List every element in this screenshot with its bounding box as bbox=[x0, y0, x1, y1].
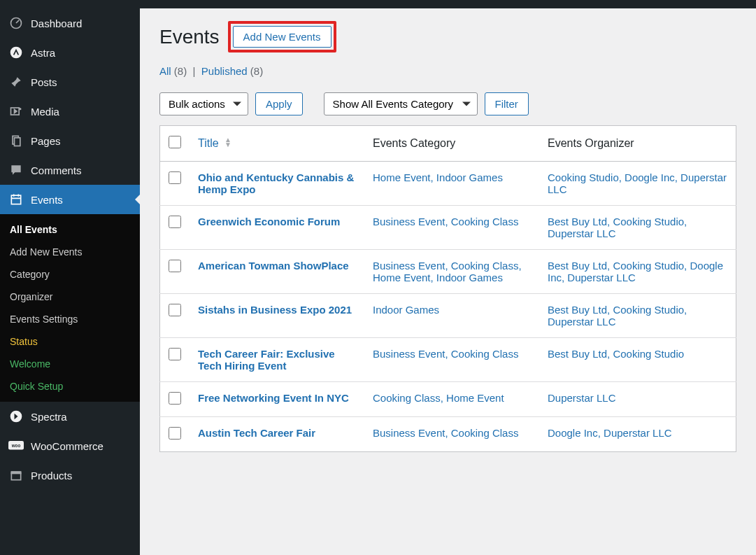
table-row: Greenwich Economic ForumBusiness Event, … bbox=[160, 206, 736, 250]
submenu-item-status[interactable]: Status bbox=[0, 330, 140, 353]
sidebar-item-astra[interactable]: Astra bbox=[0, 38, 140, 67]
sidebar-item-label: WooCommerce bbox=[31, 440, 104, 452]
submenu-item-quick-setup[interactable]: Quick Setup bbox=[0, 375, 140, 398]
calendar-icon bbox=[8, 192, 24, 207]
event-organizers[interactable]: Doogle Inc, Duperstar LLC bbox=[548, 427, 672, 439]
event-categories[interactable]: Business Event, Cooking Class, Home Even… bbox=[373, 260, 522, 283]
filter-button[interactable]: Filter bbox=[485, 92, 529, 115]
view-all-link[interactable]: All bbox=[159, 65, 171, 77]
event-categories[interactable]: Business Event, Cooking Class bbox=[373, 216, 518, 227]
submenu-item-all-events[interactable]: All Events bbox=[0, 218, 140, 241]
sidebar-item-products[interactable]: Products bbox=[0, 461, 140, 490]
table-row: Tech Career Fair: Exclusive Tech Hiring … bbox=[160, 338, 736, 382]
media-icon bbox=[8, 104, 24, 119]
sidebar-item-label: Pages bbox=[31, 135, 61, 147]
row-checkbox[interactable] bbox=[169, 304, 181, 316]
sidebar-item-events[interactable]: Events bbox=[0, 185, 140, 214]
sidebar-item-media[interactable]: Media bbox=[0, 97, 140, 126]
table-row: Ohio and Kentucky Cannabis & Hemp ExpoHo… bbox=[160, 162, 736, 206]
svg-rect-5 bbox=[15, 138, 20, 146]
sidebar-item-label: Products bbox=[31, 470, 72, 482]
pages-icon bbox=[8, 133, 24, 148]
comment-icon bbox=[8, 162, 24, 178]
svg-point-1 bbox=[10, 47, 22, 59]
submenu-item-add-new-events[interactable]: Add New Events bbox=[0, 241, 140, 263]
svg-rect-11 bbox=[11, 472, 20, 474]
select-all-checkbox[interactable] bbox=[169, 136, 181, 148]
event-organizers[interactable]: Best Buy Ltd, Cooking Studio, Duperstar … bbox=[548, 216, 687, 239]
highlight-annotation: Add New Events bbox=[228, 21, 336, 52]
events-submenu: All Events Add New Events Category Organ… bbox=[0, 214, 140, 402]
sidebar-item-label: Dashboard bbox=[31, 17, 82, 29]
sidebar-item-pages[interactable]: Pages bbox=[0, 126, 140, 155]
table-row: Sistahs in Business Expo 2021Indoor Game… bbox=[160, 294, 736, 338]
event-title-link[interactable]: Sistahs in Business Expo 2021 bbox=[198, 304, 352, 316]
sidebar-item-label: Events bbox=[31, 194, 63, 206]
event-organizers[interactable]: Best Buy Ltd, Cooking Studio bbox=[548, 348, 684, 360]
view-separator: | bbox=[193, 65, 196, 77]
event-title-link[interactable]: Tech Career Fair: Exclusive Tech Hiring … bbox=[198, 348, 335, 372]
main-content: Events Add New Events All (8) | Publishe… bbox=[140, 8, 756, 555]
sidebar-item-spectra[interactable]: Spectra bbox=[0, 402, 140, 431]
sidebar-item-posts[interactable]: Posts bbox=[0, 67, 140, 97]
sidebar-item-label: Posts bbox=[31, 76, 57, 88]
category-filter-select[interactable]: Show All Events Category bbox=[324, 92, 478, 115]
view-filters: All (8) | Published (8) bbox=[159, 65, 736, 77]
row-checkbox[interactable] bbox=[169, 216, 181, 228]
event-title-link[interactable]: Austin Tech Career Fair bbox=[198, 427, 315, 439]
row-checkbox[interactable] bbox=[169, 348, 181, 360]
submenu-item-category[interactable]: Category bbox=[0, 263, 140, 286]
row-checkbox[interactable] bbox=[169, 427, 181, 440]
astra-icon bbox=[8, 45, 24, 60]
event-organizers[interactable]: Cooking Studio, Doogle Inc, Duperstar LL… bbox=[548, 171, 727, 195]
sidebar-item-label: Astra bbox=[31, 47, 55, 59]
event-categories[interactable]: Home Event, Indoor Games bbox=[373, 171, 503, 183]
bulk-actions-select[interactable]: Bulk actions bbox=[159, 92, 248, 115]
sidebar-item-woocommerce[interactable]: woo WooCommerce bbox=[0, 431, 140, 461]
event-organizers[interactable]: Best Buy Ltd, Cooking Studio, Duperstar … bbox=[548, 304, 687, 328]
sidebar-item-label: Spectra bbox=[31, 411, 67, 423]
event-title-link[interactable]: Free Networking Event In NYC bbox=[198, 392, 349, 404]
add-new-events-button[interactable]: Add New Events bbox=[233, 26, 331, 48]
row-checkbox[interactable] bbox=[169, 171, 181, 184]
woocommerce-icon: woo bbox=[8, 438, 24, 454]
admin-bar bbox=[0, 0, 756, 8]
event-categories[interactable]: Business Event, Cooking Class bbox=[373, 427, 518, 439]
column-category: Events Category bbox=[364, 126, 539, 162]
submenu-item-welcome[interactable]: Welcome bbox=[0, 353, 140, 375]
events-table: Title ▲▼ Events Category Events Organize… bbox=[159, 125, 736, 452]
dashboard-icon bbox=[8, 15, 24, 31]
sidebar-item-comments[interactable]: Comments bbox=[0, 155, 140, 185]
event-title-link[interactable]: American Towman ShowPlace bbox=[198, 260, 349, 272]
column-title-sort[interactable]: Title bbox=[198, 137, 219, 149]
sidebar-item-label: Comments bbox=[31, 164, 82, 176]
column-organizer: Events Organizer bbox=[539, 126, 736, 162]
event-categories[interactable]: Business Event, Cooking Class bbox=[373, 348, 518, 360]
row-checkbox[interactable] bbox=[169, 260, 181, 272]
event-title-link[interactable]: Ohio and Kentucky Cannabis & Hemp Expo bbox=[198, 171, 354, 195]
submenu-item-events-settings[interactable]: Events Settings bbox=[0, 308, 140, 330]
sidebar-item-label: Media bbox=[31, 106, 59, 118]
svg-text:woo: woo bbox=[11, 443, 21, 448]
sidebar-item-dashboard[interactable]: Dashboard bbox=[0, 8, 140, 38]
table-row: Free Networking Event In NYCCooking Clas… bbox=[160, 382, 736, 417]
apply-button[interactable]: Apply bbox=[255, 92, 303, 115]
table-row: Austin Tech Career FairBusiness Event, C… bbox=[160, 417, 736, 452]
admin-sidebar: Dashboard Astra Posts Media Pages bbox=[0, 8, 140, 555]
event-title-link[interactable]: Greenwich Economic Forum bbox=[198, 216, 340, 227]
view-published-link[interactable]: Published bbox=[201, 65, 248, 77]
submenu-item-organizer[interactable]: Organizer bbox=[0, 286, 140, 308]
pin-icon bbox=[8, 74, 24, 90]
view-all-count: (8) bbox=[174, 65, 187, 77]
page-title: Events bbox=[159, 25, 220, 49]
row-checkbox[interactable] bbox=[169, 392, 181, 405]
event-organizers[interactable]: Duperstar LLC bbox=[548, 392, 616, 404]
table-row: American Towman ShowPlaceBusiness Event,… bbox=[160, 250, 736, 294]
event-categories[interactable]: Indoor Games bbox=[373, 304, 439, 316]
products-icon bbox=[8, 468, 24, 483]
sort-icon: ▲▼ bbox=[224, 137, 231, 147]
spectra-icon bbox=[8, 409, 24, 424]
view-published-count: (8) bbox=[250, 65, 263, 77]
event-organizers[interactable]: Best Buy Ltd, Cooking Studio, Doogle Inc… bbox=[548, 260, 723, 283]
event-categories[interactable]: Cooking Class, Home Event bbox=[373, 392, 504, 404]
